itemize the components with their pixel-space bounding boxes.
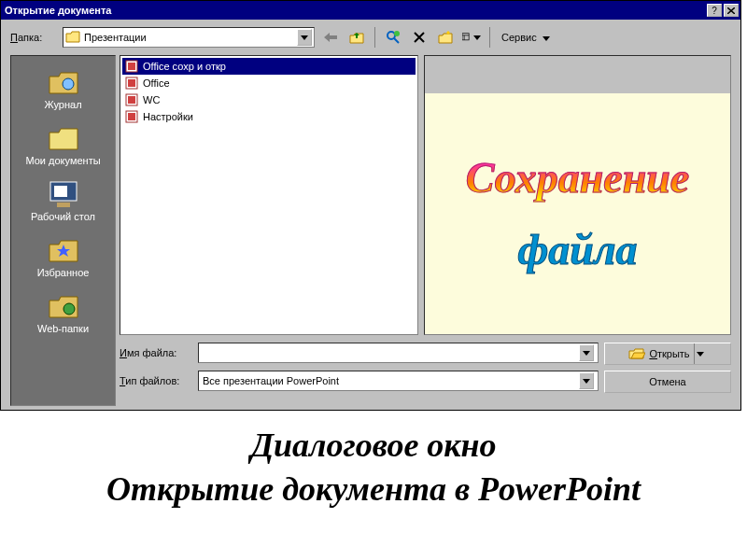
ppt-file-icon <box>125 60 138 73</box>
views-button[interactable] <box>461 27 482 48</box>
svg-point-6 <box>63 78 74 90</box>
sidebar-item-favorites[interactable]: Избранное <box>11 230 115 286</box>
svg-point-10 <box>63 303 75 315</box>
caption-line2: Открытие документа в PowerPoint <box>0 468 747 511</box>
mydocs-folder-icon <box>48 125 79 151</box>
cancel-button[interactable]: Отмена <box>604 371 731 393</box>
dropdown-arrow-icon[interactable] <box>579 344 594 361</box>
toolbar-separator <box>374 27 375 48</box>
toolbar-separator <box>489 27 490 48</box>
preview-text-line1: Сохранение <box>466 153 690 203</box>
filetype-label: Тип файлов: <box>120 375 190 386</box>
up-folder-button[interactable] <box>346 27 367 48</box>
upper-area: Office сохр и откр Office WC Настройки <box>120 55 731 335</box>
dropdown-arrow-icon[interactable] <box>579 372 594 389</box>
svg-rect-12 <box>128 63 135 70</box>
cancel-button-label: Отмена <box>649 376 685 387</box>
file-item[interactable]: Office <box>122 75 416 91</box>
sidebar-item-label: Избранное <box>37 267 90 278</box>
desktop-icon <box>48 180 79 208</box>
toolbar: Папка: Презентации Сервис <box>1 20 740 55</box>
delete-x-icon <box>414 32 425 43</box>
arrow-left-icon <box>324 33 337 42</box>
new-folder-button[interactable] <box>435 27 456 48</box>
back-button[interactable] <box>320 27 341 48</box>
filename-input[interactable] <box>198 343 599 363</box>
sidebar-item-label: Рабочий стол <box>31 211 95 222</box>
sidebar-item-label: Мои документы <box>25 155 100 166</box>
sidebar-item-label: Web-папки <box>37 323 89 334</box>
webfolders-icon <box>48 293 79 319</box>
file-item[interactable]: Настройки <box>122 108 416 125</box>
ppt-file-icon <box>125 77 138 90</box>
folder-dropdown[interactable]: Презентации <box>63 27 315 48</box>
file-name: Настройки <box>143 111 193 122</box>
favorites-folder-icon <box>48 237 79 263</box>
help-button[interactable]: ? <box>707 4 722 17</box>
svg-rect-18 <box>128 113 135 120</box>
close-button[interactable] <box>724 4 739 17</box>
svg-rect-3 <box>462 34 469 40</box>
new-folder-icon <box>438 31 453 44</box>
figure-caption: Диалоговое окно Открытие документа в Pow… <box>0 411 747 511</box>
tools-menu[interactable]: Сервис <box>498 32 554 43</box>
preview-panel: Сохранение файла <box>424 55 731 335</box>
file-name: WC <box>143 94 160 105</box>
svg-rect-9 <box>57 203 70 207</box>
fields-column: Имя файла: Тип файлов: Все презентации P… <box>120 343 599 393</box>
search-web-button[interactable] <box>383 27 403 48</box>
close-icon <box>727 7 735 14</box>
delete-button[interactable] <box>409 27 430 48</box>
svg-line-1 <box>394 38 399 43</box>
sidebar-item-history[interactable]: Журнал <box>11 62 115 118</box>
filename-label: Имя файла: <box>120 347 190 358</box>
sidebar-item-desktop[interactable]: Рабочий стол <box>11 174 115 230</box>
file-item[interactable]: Office сохр и откр <box>122 58 416 75</box>
folder-label: Папка: <box>10 32 57 43</box>
file-item[interactable]: WC <box>122 91 416 108</box>
sidebar-item-label: Журнал <box>44 99 81 110</box>
open-button[interactable]: Открыть <box>604 343 731 365</box>
history-folder-icon <box>48 69 79 95</box>
open-document-dialog: Открытие документа ? Папка: Презентации <box>0 0 741 411</box>
svg-point-2 <box>394 31 400 36</box>
content-column: Office сохр и откр Office WC Настройки <box>120 55 740 410</box>
titlebar: Открытие документа ? <box>1 1 740 20</box>
filename-row: Имя файла: <box>120 343 599 363</box>
svg-rect-14 <box>128 79 135 87</box>
views-icon <box>462 32 472 43</box>
lower-area: Имя файла: Тип файлов: Все презентации P… <box>120 343 731 393</box>
slide-preview: Сохранение файла <box>425 93 730 334</box>
open-button-label: Открыть <box>649 348 689 359</box>
svg-point-0 <box>388 32 395 39</box>
sidebar-item-mydocs[interactable]: Мои документы <box>11 118 115 174</box>
main-area: Журнал Мои документы Рабочий стол Избран… <box>1 55 740 410</box>
titlebar-title: Открытие документа <box>5 5 705 16</box>
buttons-column: Открыть Отмена <box>604 343 731 393</box>
magnifier-globe-icon <box>386 30 401 45</box>
places-sidebar: Журнал Мои документы Рабочий стол Избран… <box>10 55 116 406</box>
folder-up-icon <box>349 31 364 44</box>
svg-rect-16 <box>128 96 135 104</box>
filetype-row: Тип файлов: Все презентации PowerPoint <box>120 371 599 391</box>
svg-rect-8 <box>54 186 67 197</box>
folder-icon <box>65 31 80 44</box>
open-split-arrow[interactable] <box>694 343 707 364</box>
dropdown-arrow-icon[interactable] <box>297 29 312 46</box>
ppt-file-icon <box>125 110 138 123</box>
file-name: Office <box>143 77 170 89</box>
filetype-value: Все презентации PowerPoint <box>203 375 339 386</box>
preview-text-line2: файла <box>517 225 637 274</box>
caption-line1: Диалоговое окно <box>0 424 747 468</box>
filetype-input[interactable]: Все презентации PowerPoint <box>198 371 599 391</box>
open-folder-icon <box>628 347 645 360</box>
current-folder-name: Презентации <box>84 32 147 43</box>
ppt-file-icon <box>125 93 138 106</box>
file-list[interactable]: Office сохр и откр Office WC Настройки <box>120 55 418 335</box>
file-name: Office сохр и откр <box>143 61 226 72</box>
sidebar-item-webfolders[interactable]: Web-папки <box>11 286 115 342</box>
